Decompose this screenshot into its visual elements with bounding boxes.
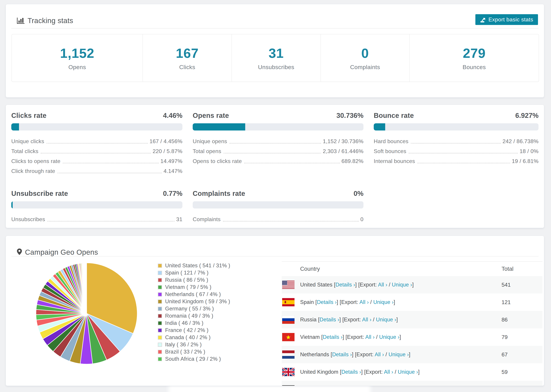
- bar-chart-icon: [17, 18, 24, 24]
- legend-item-india: India ( 46 / 3% ): [158, 320, 230, 327]
- map-pin-icon: [17, 249, 22, 255]
- rate-row: Complaints0: [193, 215, 363, 225]
- export-icon: [480, 17, 486, 23]
- legend-item-spain: Spain ( 121 / 7% ): [158, 269, 230, 276]
- country-cell: Netherlands [Details ›] [Export: All › /…: [300, 351, 410, 358]
- export-button-label: Export basic stats: [488, 16, 533, 23]
- details-link[interactable]: Details ›: [320, 317, 339, 322]
- stat-value: 1,152: [60, 45, 94, 61]
- rate-row-label: Unique clicks: [11, 138, 44, 145]
- rate-section-complaints-rate: Complaints rate0%Complaints0: [193, 190, 363, 225]
- rate-row: Unique clicks167 / 4.456%: [11, 137, 182, 147]
- rate-row-value: 1,152 / 30.736%: [323, 138, 363, 145]
- dotted-leader: [57, 173, 162, 173]
- rates-row-2: Unsubscribe rate0.77%Unsubscribes31Compl…: [11, 190, 538, 225]
- country-cell: United States [Details ›] [Export: All ›…: [300, 282, 414, 288]
- rate-row-label: Internal bounces: [374, 158, 415, 164]
- legend-label: Vietnam ( 79 / 5% ): [165, 284, 211, 290]
- legend-item-united-kingdom: United Kingdom ( 59 / 3% ): [158, 298, 230, 305]
- rate-rows: Unsubscribes31: [11, 215, 182, 225]
- rate-title: Bounce rate: [374, 112, 414, 119]
- rate-row-value: 4.147%: [164, 168, 182, 174]
- rate-progress-fill: [374, 123, 385, 131]
- legend-label: Romania ( 49 / 3% ): [165, 313, 213, 319]
- export-all-link[interactable]: All ›: [378, 282, 387, 288]
- export-basic-stats-button[interactable]: Export basic stats: [475, 14, 538, 25]
- legend-label: Italy ( 36 / 2% ): [165, 342, 202, 348]
- legend-item-italy: Italy ( 36 / 2% ): [158, 341, 230, 348]
- legend-item-canada: Canada ( 40 / 2% ): [158, 334, 230, 341]
- rate-row-value: 689.82%: [342, 158, 363, 164]
- rate-section-opens-rate: Opens rate30.736%Unique opens1,152 / 30.…: [193, 112, 363, 177]
- export-all-link[interactable]: All ›: [375, 351, 384, 357]
- legend-label: Russia ( 86 / 5% ): [165, 277, 208, 283]
- geo-table-row-nl: Netherlands [Details ›] [Export: All › /…: [282, 346, 543, 363]
- dotted-leader: [223, 221, 359, 222]
- rate-title: Complaints rate: [193, 190, 245, 197]
- dotted-leader: [47, 221, 174, 222]
- rate-head: Unsubscribe rate0.77%: [11, 190, 182, 197]
- legend-swatch: [158, 264, 162, 268]
- rate-progress-bar: [193, 201, 363, 209]
- export-unique-link[interactable]: Unique ›: [373, 299, 394, 305]
- legend-label: Canada ( 40 / 2% ): [165, 334, 211, 341]
- rate-row: Total clicks220 / 5.87%: [11, 147, 182, 157]
- dotted-leader: [229, 143, 321, 143]
- rates-card: Clicks rate4.46%Unique clicks167 / 4.456…: [6, 105, 544, 228]
- pie-legend: United States ( 541 / 31% )Spain ( 121 /…: [158, 262, 230, 363]
- legend-label: Germany ( 55 / 3% ): [165, 306, 214, 312]
- rate-row-label: Hard bounces: [374, 138, 409, 145]
- export-unique-link[interactable]: Unique ›: [398, 369, 418, 375]
- tracking-stats-title: Tracking stats: [28, 17, 73, 25]
- export-unique-link[interactable]: Unique ›: [392, 282, 412, 288]
- rate-row-value: 2,303 / 61.446%: [323, 148, 363, 154]
- flag-icon-us: [282, 281, 295, 289]
- flag-icon-ru: [282, 315, 295, 324]
- geo-table-row-es: Spain [Details ›] [Export: All › / Uniqu…: [282, 294, 543, 311]
- stat-label: Unsubscribes: [258, 64, 294, 70]
- dotted-leader: [41, 153, 151, 154]
- legend-swatch: [158, 271, 162, 275]
- total-cell: 121: [502, 299, 511, 305]
- rate-rows: Unique clicks167 / 4.456%Total clicks220…: [11, 137, 182, 177]
- total-cell: 541: [502, 282, 511, 288]
- country-cell: Russia [Details ›] [Export: All › / Uniq…: [300, 317, 398, 323]
- export-all-link[interactable]: All ›: [362, 317, 371, 322]
- total-cell: 59: [502, 369, 508, 375]
- flag-icon-nl: [282, 350, 295, 359]
- export-all-link[interactable]: All ›: [365, 334, 374, 340]
- legend-item-vietnam: Vietnam ( 79 / 5% ): [158, 284, 230, 291]
- details-link[interactable]: Details ›: [323, 334, 343, 340]
- export-all-link[interactable]: All ›: [384, 369, 393, 375]
- legend-item-germany: Germany ( 55 / 3% ): [158, 305, 230, 312]
- details-link[interactable]: Details ›: [317, 299, 337, 305]
- stats-summary-box: 1,152Opens167Clicks31Unsubscribes0Compla…: [11, 34, 539, 82]
- stat-value: 279: [463, 45, 486, 61]
- legend-item-united-states: United States ( 541 / 31% ): [158, 262, 230, 269]
- rate-section-bounce-rate: Bounce rate6.927%Hard bounces242 / 86.73…: [374, 112, 538, 177]
- legend-item-south-africa: South Africa ( 29 / 2% ): [158, 355, 230, 363]
- rate-progress-fill: [11, 123, 19, 131]
- country-cell: United Kingdom [Details ›] [Export: All …: [300, 369, 420, 375]
- export-unique-link[interactable]: Unique ›: [376, 317, 396, 322]
- export-all-link[interactable]: All ›: [360, 299, 369, 305]
- stat-value: 31: [268, 45, 284, 61]
- export-unique-link[interactable]: Unique ›: [379, 334, 400, 340]
- details-link[interactable]: Details ›: [332, 351, 352, 357]
- details-link[interactable]: Details ›: [335, 282, 355, 288]
- rate-row: Hard bounces242 / 86.738%: [374, 137, 538, 147]
- rate-row-label: Unsubscribes: [11, 216, 45, 223]
- country-name: United States: [300, 282, 332, 288]
- rate-row-label: Soft bounces: [374, 148, 406, 154]
- export-unique-link[interactable]: Unique ›: [389, 351, 409, 357]
- rate-title: Opens rate: [193, 112, 229, 119]
- details-link[interactable]: Details ›: [341, 369, 361, 375]
- rate-row-label: Complaints: [193, 216, 221, 223]
- geo-table-row-de: Germany [Details ›] [Export: All › / Uni…: [282, 381, 543, 386]
- tracking-stats-header: Tracking stats: [17, 17, 73, 25]
- total-cell: 79: [502, 334, 508, 340]
- rate-row-label: Opens to clicks rate: [193, 158, 242, 164]
- stat-value: 0: [361, 45, 369, 61]
- legend-swatch: [158, 285, 162, 289]
- rate-row: Click through rate4.147%: [11, 167, 182, 177]
